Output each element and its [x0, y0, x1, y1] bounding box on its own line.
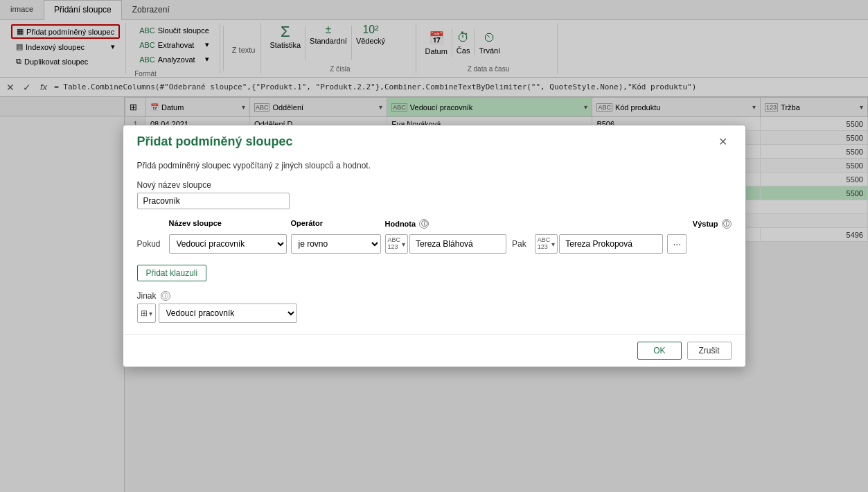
operator-header: Operátor: [291, 219, 381, 229]
value-type-badge[interactable]: ABC123 ▾: [385, 234, 409, 254]
col-name-header: Název sloupce: [169, 219, 287, 229]
condition-row: Pokud Vedoucí pracovník Datum Oddělení K…: [137, 234, 732, 254]
cancel-button[interactable]: Zrušit: [687, 342, 732, 360]
condition-value-input[interactable]: [409, 234, 506, 254]
add-clause-button[interactable]: Přidat klauzuli: [137, 265, 207, 281]
output-group: ABC123 ▾: [535, 234, 664, 254]
jinak-info-icon: ⓘ: [161, 291, 170, 301]
dialog-overlay: Přidat podmíněný sloupec ✕ Přidá podmíně…: [0, 0, 868, 492]
jinak-value-select[interactable]: Vedoucí pracovník Datum Oddělení Kód pro…: [159, 304, 297, 323]
value-header: Hodnota ⓘ: [385, 219, 510, 229]
dialog-body: Přidá podmíněný sloupec vypočítaný z jin…: [123, 155, 745, 334]
output-value-input[interactable]: [559, 234, 663, 254]
new-column-name-input[interactable]: [137, 193, 290, 209]
condition-headers: Název sloupce Operátor Hodnota ⓘ Výstup …: [137, 219, 732, 229]
value-info-icon: ⓘ: [419, 219, 429, 229]
output-header: Výstup ⓘ: [693, 219, 732, 229]
output-info-icon: ⓘ: [722, 219, 732, 229]
dialog-close-button[interactable]: ✕: [714, 134, 732, 150]
dialog-add-conditional-column: Přidat podmíněný sloupec ✕ Přidá podmíně…: [123, 125, 746, 367]
dialog-footer: OK Zrušit: [123, 334, 745, 367]
value-group: ABC123 ▾: [385, 234, 507, 254]
condition-operator-select[interactable]: je rovno není rovno obsahuje nezačíná: [291, 234, 381, 254]
jinak-section: Jinak ⓘ ⊞ ▾ Vedoucí pracovník Datum Oddě…: [137, 291, 732, 323]
more-options-button[interactable]: ···: [667, 234, 687, 254]
jinak-row: ⊞ ▾ Vedoucí pracovník Datum Oddělení Kód…: [137, 304, 732, 323]
dialog-title: Přidat podmíněný sloupec: [137, 134, 293, 149]
dialog-description: Přidá podmíněný sloupec vypočítaný z jin…: [137, 161, 732, 170]
ok-button[interactable]: OK: [637, 342, 681, 360]
pak-label: Pak: [512, 239, 526, 249]
new-column-label: Nový název sloupce: [137, 180, 732, 190]
pokud-label: Pokud: [137, 239, 165, 249]
jinak-type-badge[interactable]: ⊞ ▾: [137, 304, 156, 323]
condition-column-select[interactable]: Vedoucí pracovník Datum Oddělení Kód pro…: [169, 234, 287, 254]
dialog-title-bar: Přidat podmíněný sloupec ✕: [123, 125, 745, 155]
output-type-badge[interactable]: ABC123 ▾: [535, 234, 558, 254]
jinak-label: Jinak ⓘ: [137, 291, 732, 301]
